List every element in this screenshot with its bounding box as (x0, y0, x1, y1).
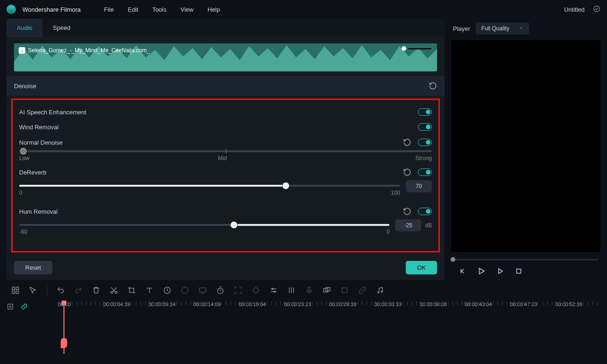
svg-rect-9 (16, 291, 19, 294)
timeline-ruler[interactable]: 00:00 00:00:04:19 00:00:09:14 00:00:14:0… (58, 301, 600, 307)
timeline: 00:00 00:00:04:19 00:00:09:14 00:00:14:0… (0, 301, 607, 354)
svg-rect-26 (342, 288, 347, 293)
menu-file[interactable]: File (99, 4, 119, 15)
svg-rect-14 (199, 288, 206, 292)
reset-section-icon[interactable] (429, 82, 437, 90)
hum-removal-slider[interactable] (19, 224, 389, 226)
normal-low-label: Low (19, 155, 29, 161)
speed-icon[interactable] (163, 286, 171, 294)
row-dereverb: DeReverb (16, 164, 435, 180)
grid-icon[interactable] (11, 286, 20, 294)
prev-frame-button[interactable] (459, 267, 467, 275)
section-title: Denoise (14, 83, 36, 90)
play-pause-button[interactable] (477, 267, 486, 275)
svg-point-0 (594, 6, 600, 12)
voice-icon[interactable] (305, 286, 313, 294)
app-logo-icon (7, 5, 16, 14)
svg-rect-6 (12, 287, 14, 289)
dereverb-max-label: 100 (391, 189, 400, 196)
audio-beat-icon[interactable] (376, 286, 384, 294)
wind-removal-label: Wind Removal (19, 124, 59, 131)
scrubber[interactable] (453, 259, 599, 260)
status-icon (593, 5, 600, 14)
normal-strong-label: Strong (416, 155, 432, 161)
waveform[interactable]: ♪ Selena_Gomez_-_My_Mind_Me_CeeNaija.com… (14, 43, 437, 71)
svg-point-13 (182, 287, 188, 294)
track-link-icon[interactable] (21, 303, 28, 310)
svg-marker-3 (480, 268, 485, 274)
normal-mid-label: Mid (218, 155, 227, 161)
row-normal-denoise: Normal Denoise (16, 134, 435, 150)
keyframe-icon[interactable] (252, 286, 260, 294)
track-add-icon[interactable] (7, 303, 14, 310)
timecode-2: 00:00:09:14 (148, 301, 176, 307)
color-icon[interactable] (181, 286, 189, 294)
menu-tools[interactable]: Tools (148, 4, 171, 15)
clip-name: Selena_Gomez_-_My_Mind_Me_CeeNaija.com_ (28, 47, 150, 54)
svg-rect-5 (517, 269, 521, 273)
timeline-tracks[interactable] (58, 316, 600, 354)
hum-value[interactable]: -25 (395, 219, 421, 231)
music-icon: ♪ (19, 47, 25, 54)
cursor-icon[interactable] (29, 286, 37, 294)
dereverb-value[interactable]: 70 (406, 180, 432, 192)
focus-icon[interactable] (234, 286, 242, 294)
menu-view[interactable]: View (176, 4, 198, 15)
hum-min-label: -60 (19, 229, 27, 235)
quality-dropdown[interactable]: Full Quality (476, 22, 529, 35)
timecode-9: 00:00:43:04 (465, 301, 492, 307)
waveform-zoom-slider[interactable] (402, 46, 431, 51)
section-header-denoise: Denoise (7, 76, 445, 96)
dereverb-min-label: 0 (19, 189, 22, 196)
group-icon[interactable] (323, 286, 331, 294)
row-wind-removal: Wind Removal (16, 119, 435, 134)
reset-button[interactable]: Reset (14, 261, 52, 274)
timecode-4: 00:00:19:04 (239, 301, 266, 307)
svg-rect-8 (12, 291, 14, 294)
timer-icon[interactable] (216, 286, 225, 294)
dereverb-slider[interactable] (19, 185, 400, 187)
panel-tabs: Audio Speed (7, 19, 445, 37)
crop-icon[interactable] (127, 286, 136, 294)
wind-removal-toggle[interactable] (418, 123, 432, 131)
timeline-toolbar (0, 280, 607, 301)
dereverb-toggle[interactable] (418, 168, 432, 176)
adjust-icon[interactable] (269, 286, 278, 294)
tab-speed[interactable]: Speed (42, 19, 81, 37)
menu-edit[interactable]: Edit (123, 4, 143, 15)
clip-marker[interactable] (61, 338, 67, 348)
menu-help[interactable]: Help (203, 4, 225, 15)
hum-removal-reset-icon[interactable] (403, 207, 411, 216)
document-title: Untitled (564, 6, 585, 13)
marker-icon[interactable] (340, 286, 349, 294)
hum-removal-label: Hum Removal (19, 208, 57, 215)
timecode-6: 00:00:28:18 (329, 301, 356, 307)
link-icon[interactable] (358, 286, 367, 294)
screen-icon[interactable] (198, 286, 207, 294)
hum-max-label: 0 (387, 229, 390, 235)
ai-speech-toggle[interactable] (418, 108, 432, 116)
dereverb-reset-icon[interactable] (403, 168, 411, 176)
stop-button[interactable] (515, 267, 523, 275)
mixer-icon[interactable] (287, 286, 296, 294)
ok-button[interactable]: OK (406, 261, 437, 274)
video-viewport[interactable] (451, 40, 600, 252)
timecode-5: 00:00:23:23 (284, 301, 311, 307)
delete-icon[interactable] (92, 286, 100, 294)
cut-icon[interactable] (110, 286, 118, 294)
play-button[interactable] (496, 267, 504, 275)
redo-icon[interactable] (74, 286, 83, 294)
undo-icon[interactable] (56, 286, 65, 294)
clip-label: ♪ Selena_Gomez_-_My_Mind_Me_CeeNaija.com… (19, 47, 150, 54)
tab-audio[interactable]: Audio (7, 19, 42, 37)
normal-denoise-toggle[interactable] (418, 139, 432, 146)
quality-value: Full Quality (481, 25, 509, 32)
menubar: Wondershare Filmora File Edit Tools View… (0, 0, 607, 19)
svg-point-28 (381, 291, 382, 293)
player-panel: Player Full Quality (451, 19, 600, 280)
text-icon[interactable] (145, 286, 154, 294)
row-ai-speech: AI Speech Enhancement (16, 105, 435, 119)
normal-denoise-reset-icon[interactable] (403, 138, 411, 147)
normal-denoise-slider[interactable] (19, 150, 432, 152)
hum-removal-toggle[interactable] (418, 208, 432, 215)
